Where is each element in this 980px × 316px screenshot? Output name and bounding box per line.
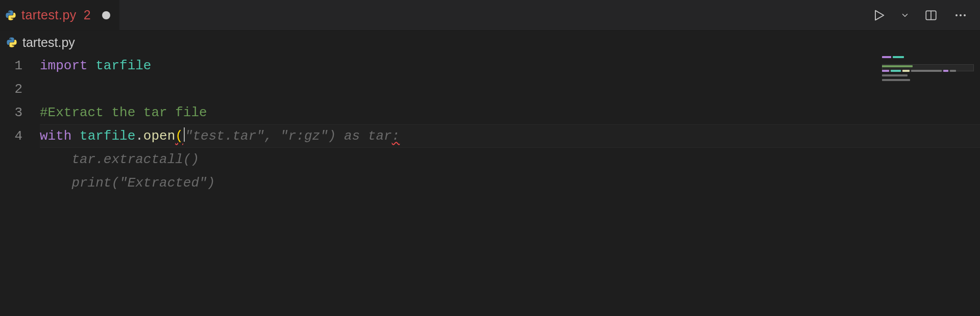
minimap-line xyxy=(882,56,974,60)
breadcrumb-file: tartest.py xyxy=(22,35,75,50)
chevron-down-icon[interactable] xyxy=(900,11,910,20)
tab-problems-badge: 2 xyxy=(84,8,91,22)
keyword-with: with xyxy=(40,128,71,144)
more-icon[interactable] xyxy=(952,7,969,23)
line-number: 2 xyxy=(0,77,40,101)
inline-suggestion: print("Extracted") xyxy=(40,171,215,195)
svg-marker-0 xyxy=(875,10,884,20)
tab-label: tartest.py xyxy=(21,8,77,22)
inline-suggestion: as xyxy=(344,128,360,144)
code-line-current[interactable]: 4 with tarfile.open("test.tar", "r:gz") … xyxy=(0,124,980,148)
minimap-line xyxy=(882,61,974,64)
code-line[interactable]: 3 #Extract the tar file xyxy=(0,101,980,124)
minimap[interactable] xyxy=(882,56,974,301)
inline-suggestion: "test.tar", "r:gz") xyxy=(185,128,336,144)
minimap-viewport[interactable] xyxy=(882,64,974,71)
module-name: tarfile xyxy=(80,128,135,144)
python-icon xyxy=(6,37,17,48)
code-line[interactable]: 2 xyxy=(0,77,980,101)
tab-dirty-indicator-icon xyxy=(102,11,110,19)
split-editor-icon[interactable] xyxy=(923,7,939,23)
inline-suggestion-error: : xyxy=(392,128,400,144)
line-number: 3 xyxy=(0,101,40,124)
editor[interactable]: 1 import tarfile 2 3 #Extract the tar fi… xyxy=(0,54,980,316)
tab-tartest[interactable]: tartest.py 2 xyxy=(0,0,120,30)
inline-suggestion: tar.extractall() xyxy=(40,148,199,171)
breadcrumb[interactable]: tartest.py xyxy=(0,31,980,54)
inline-suggestion-line: print("Extracted") xyxy=(0,171,980,195)
module-name: tarfile xyxy=(95,58,151,73)
code-line[interactable]: 1 import tarfile xyxy=(0,54,980,77)
inline-suggestion-line: tar.extractall() xyxy=(0,148,980,171)
comment: #Extract the tar file xyxy=(40,105,207,120)
minimap-line xyxy=(882,79,974,83)
tab-bar: tartest.py 2 xyxy=(0,0,980,31)
python-icon xyxy=(5,10,16,21)
line-number: 1 xyxy=(0,54,40,77)
keyword-import: import xyxy=(40,58,88,73)
paren-open-error: ( xyxy=(175,128,183,144)
minimap-line xyxy=(882,74,974,78)
dot: . xyxy=(135,128,143,144)
line-number: 4 xyxy=(0,124,40,148)
inline-suggestion: tar xyxy=(368,128,392,144)
run-icon[interactable] xyxy=(871,7,887,23)
tab-bar-spacer xyxy=(120,0,871,30)
editor-actions xyxy=(871,0,980,30)
function-call: open xyxy=(143,128,175,144)
